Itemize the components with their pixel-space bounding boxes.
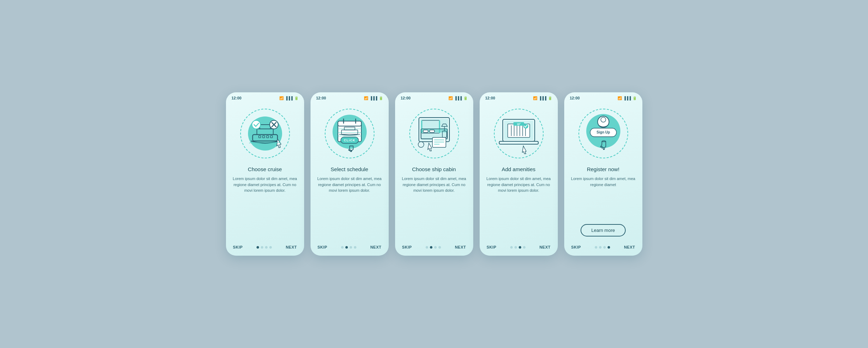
cabin-body: Lorem ipsum dolor sit dim amet, mea regi…	[395, 176, 473, 236]
status-bar-3: 12:00 📶 ▐▐▐ 🔋	[395, 92, 473, 102]
status-time-5: 12:00	[570, 96, 580, 100]
cruise-svg	[242, 110, 288, 157]
status-bar-2: 12:00 📶 ▐▐▐ 🔋	[311, 92, 389, 102]
status-time-2: 12:00	[316, 96, 326, 100]
screen-register-now: 12:00 📶 ▐▐▐ 🔋 Sign Up	[564, 92, 642, 256]
battery-icon-3: 🔋	[463, 96, 468, 100]
battery-icon-2: 🔋	[379, 96, 383, 100]
status-icons-3: 📶 ▐▐▐ 🔋	[448, 96, 467, 100]
register-next[interactable]: NEXT	[624, 245, 635, 249]
screen-add-amenities: 12:00 📶 ▐▐▐ 🔋	[480, 92, 558, 256]
dot-s2	[345, 246, 348, 249]
svg-rect-45	[499, 141, 538, 144]
dot-s1	[341, 246, 344, 249]
amenities-title: Add amenities	[497, 166, 540, 172]
status-time-1: 12:00	[232, 96, 242, 100]
dot-1	[257, 246, 259, 249]
dot-2	[261, 246, 263, 249]
signal-icon-2: ▐▐▐	[370, 96, 377, 100]
schedule-bottom-nav: SKIP NEXT	[311, 240, 389, 249]
laptop-svg: 18°	[496, 110, 542, 157]
schedule-title: Select schedule	[326, 166, 373, 172]
calendar-icon-area: CLiCK	[321, 105, 378, 162]
battery-icon-5: 🔋	[632, 96, 637, 100]
signup-svg: Sign Up	[580, 110, 626, 157]
cruise-skip[interactable]: SKIP	[233, 245, 243, 249]
dot-a3	[519, 246, 521, 249]
cabin-dots	[426, 246, 441, 249]
status-bar-1: 12:00 📶 ▐▐▐ 🔋	[226, 92, 304, 102]
amenities-dots	[510, 246, 525, 249]
signal-icon-5: ▐▐▐	[623, 96, 631, 100]
dot-s4	[354, 246, 356, 249]
screen-choose-cruise: 12:00 📶 ▐▐▐ 🔋	[226, 92, 304, 256]
amenities-next[interactable]: NEXT	[539, 245, 550, 249]
register-bottom-nav: SKIP NEXT	[564, 240, 642, 249]
cabin-svg	[411, 110, 457, 157]
status-icons-1: 📶 ▐▐▐ 🔋	[279, 96, 298, 100]
dot-a2	[514, 246, 517, 249]
dot-4	[269, 246, 272, 249]
amenities-skip[interactable]: SKIP	[487, 245, 497, 249]
register-title: Register now!	[582, 166, 625, 172]
cruise-next[interactable]: NEXT	[286, 245, 297, 249]
signal-icon-3: ▐▐▐	[454, 96, 462, 100]
dot-s3	[350, 246, 352, 249]
learn-more-button[interactable]: Learn more	[581, 224, 625, 236]
signup-icon-area: Sign Up	[575, 105, 632, 162]
dot-r3	[603, 246, 606, 249]
wifi-icon: 📶	[279, 96, 284, 100]
laptop-icon-area: 18°	[490, 105, 547, 162]
dot-a1	[510, 246, 513, 249]
cruise-icon-area	[237, 105, 293, 162]
register-skip[interactable]: SKIP	[571, 245, 581, 249]
svg-point-42	[418, 142, 424, 147]
cabin-icon-area	[406, 105, 463, 162]
register-dots	[595, 246, 610, 249]
amenities-bottom-nav: SKIP NEXT	[480, 240, 558, 249]
wifi-icon-5: 📶	[618, 96, 622, 100]
svg-rect-37	[432, 137, 446, 147]
register-body: Lorem ipsum dolor sit dim amet, mea regi…	[564, 176, 642, 220]
cabin-skip[interactable]: SKIP	[402, 245, 412, 249]
svg-text:18°: 18°	[517, 123, 521, 125]
cruise-dots	[257, 246, 272, 249]
status-icons-4: 📶 ▐▐▐ 🔋	[533, 96, 552, 100]
status-icons-2: 📶 ▐▐▐ 🔋	[364, 96, 383, 100]
screen-choose-cabin: 12:00 📶 ▐▐▐ 🔋	[395, 92, 473, 256]
dot-c3	[434, 246, 437, 249]
battery-icon: 🔋	[294, 96, 298, 100]
cabin-next[interactable]: NEXT	[455, 245, 466, 249]
amenities-body: Lorem ipsum dolor sit dim amet, mea regi…	[480, 176, 558, 236]
wifi-icon-2: 📶	[364, 96, 368, 100]
dot-c1	[426, 246, 428, 249]
status-time-3: 12:00	[401, 96, 411, 100]
schedule-skip[interactable]: SKIP	[318, 245, 328, 249]
cruise-body: Lorem ipsum dolor sit dim amet, mea regi…	[226, 176, 304, 236]
schedule-next[interactable]: NEXT	[370, 245, 381, 249]
wifi-icon-4: 📶	[533, 96, 537, 100]
cabin-title: Choose ship cabin	[407, 166, 461, 172]
status-icons-5: 📶 ▐▐▐ 🔋	[618, 96, 636, 100]
svg-rect-32	[423, 130, 428, 132]
schedule-dots	[341, 246, 356, 249]
screen-select-schedule: 12:00 📶 ▐▐▐ 🔋	[311, 92, 389, 256]
dot-r1	[595, 246, 597, 249]
dot-r4	[608, 246, 610, 249]
wifi-icon-3: 📶	[448, 96, 453, 100]
screens-container: 12:00 📶 ▐▐▐ 🔋	[226, 92, 642, 256]
cruise-bottom-nav: SKIP NEXT	[226, 240, 304, 249]
svg-text:CLiCK: CLiCK	[344, 138, 355, 142]
dot-a4	[523, 246, 525, 249]
dot-c2	[430, 246, 432, 249]
cabin-bottom-nav: SKIP NEXT	[395, 240, 473, 249]
status-bar-4: 12:00 📶 ▐▐▐ 🔋	[480, 92, 558, 102]
schedule-body: Lorem ipsum dolor sit dim amet, mea regi…	[311, 176, 389, 236]
svg-marker-41	[428, 143, 432, 151]
svg-point-8	[252, 120, 260, 129]
status-bar-5: 12:00 📶 ▐▐▐ 🔋	[564, 92, 642, 102]
battery-icon-4: 🔋	[548, 96, 552, 100]
dot-c4	[438, 246, 441, 249]
svg-rect-33	[430, 130, 435, 132]
status-time-4: 12:00	[485, 96, 495, 100]
